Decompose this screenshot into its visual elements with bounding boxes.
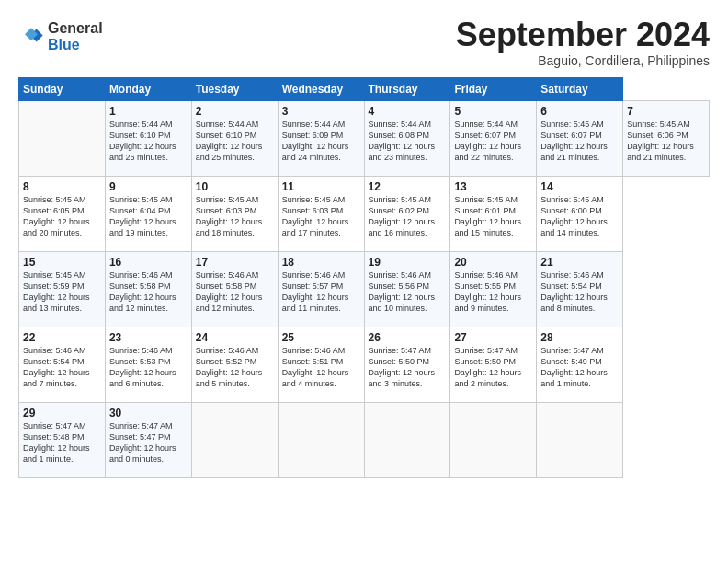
day-info: Sunrise: 5:46 AMSunset: 5:54 PMDaylight:…: [23, 346, 90, 388]
calendar-cell: 26Sunrise: 5:47 AMSunset: 5:50 PMDayligh…: [364, 327, 450, 402]
day-number: 20: [454, 256, 532, 269]
day-info: Sunrise: 5:45 AMSunset: 5:59 PMDaylight:…: [23, 270, 90, 313]
day-number: 30: [109, 407, 188, 419]
calendar-cell: 23Sunrise: 5:46 AMSunset: 5:53 PMDayligh…: [105, 327, 191, 402]
calendar-cell: 24Sunrise: 5:46 AMSunset: 5:52 PMDayligh…: [191, 327, 278, 402]
calendar-cell: 20Sunrise: 5:46 AMSunset: 5:55 PMDayligh…: [450, 251, 537, 327]
day-info: Sunrise: 5:46 AMSunset: 5:55 PMDaylight:…: [454, 270, 521, 313]
day-number: 10: [196, 180, 274, 193]
day-info: Sunrise: 5:46 AMSunset: 5:51 PMDaylight:…: [282, 346, 349, 388]
day-number: 13: [454, 180, 532, 193]
day-info: Sunrise: 5:44 AMSunset: 6:10 PMDaylight:…: [109, 120, 176, 162]
day-number: 14: [540, 180, 619, 193]
header-thursday: Thursday: [364, 77, 450, 100]
day-number: 1: [109, 105, 188, 118]
day-info: Sunrise: 5:45 AMSunset: 6:00 PMDaylight:…: [540, 195, 608, 237]
calendar-cell: 2Sunrise: 5:44 AMSunset: 6:10 PMDaylight…: [191, 100, 278, 176]
header-row: Sunday Monday Tuesday Wednesday Thursday…: [19, 77, 710, 100]
calendar-cell: 1Sunrise: 5:44 AMSunset: 6:10 PMDaylight…: [105, 100, 191, 176]
calendar-cell: [450, 402, 537, 477]
calendar-cell: [19, 100, 106, 176]
logo-text: General Blue: [48, 20, 103, 52]
calendar-cell: 18Sunrise: 5:46 AMSunset: 5:57 PMDayligh…: [278, 251, 364, 327]
day-info: Sunrise: 5:47 AMSunset: 5:48 PMDaylight:…: [23, 421, 90, 464]
calendar-week-1: 1Sunrise: 5:44 AMSunset: 6:10 PMDaylight…: [19, 100, 710, 176]
calendar-week-3: 15Sunrise: 5:45 AMSunset: 5:59 PMDayligh…: [19, 251, 710, 327]
page-container: General Blue September 2024 Baguio, Cord…: [0, 0, 728, 488]
day-info: Sunrise: 5:45 AMSunset: 6:01 PMDaylight:…: [454, 195, 521, 237]
day-info: Sunrise: 5:47 AMSunset: 5:49 PMDaylight:…: [540, 346, 608, 388]
day-info: Sunrise: 5:46 AMSunset: 5:58 PMDaylight:…: [196, 270, 263, 313]
day-info: Sunrise: 5:45 AMSunset: 6:06 PMDaylight:…: [627, 120, 694, 162]
calendar-table: Sunday Monday Tuesday Wednesday Thursday…: [18, 77, 710, 478]
day-number: 27: [454, 331, 532, 344]
day-number: 12: [369, 180, 447, 193]
day-info: Sunrise: 5:46 AMSunset: 5:54 PMDaylight:…: [540, 270, 608, 313]
day-number: 29: [23, 407, 101, 419]
header-tuesday: Tuesday: [191, 77, 278, 100]
day-number: 6: [540, 105, 619, 118]
day-number: 19: [369, 256, 447, 269]
day-number: 4: [369, 105, 447, 118]
calendar-cell: 21Sunrise: 5:46 AMSunset: 5:54 PMDayligh…: [537, 251, 623, 327]
calendar-cell: 15Sunrise: 5:45 AMSunset: 5:59 PMDayligh…: [19, 251, 106, 327]
header: General Blue September 2024 Baguio, Cord…: [18, 17, 710, 68]
day-number: 9: [109, 180, 188, 193]
day-info: Sunrise: 5:44 AMSunset: 6:09 PMDaylight:…: [282, 120, 349, 162]
calendar-cell: 14Sunrise: 5:45 AMSunset: 6:00 PMDayligh…: [537, 176, 623, 251]
calendar-cell: 27Sunrise: 5:47 AMSunset: 5:50 PMDayligh…: [450, 327, 537, 402]
calendar-cell: 13Sunrise: 5:45 AMSunset: 6:01 PMDayligh…: [450, 176, 537, 251]
day-info: Sunrise: 5:45 AMSunset: 6:03 PMDaylight:…: [282, 195, 349, 237]
calendar-cell: 25Sunrise: 5:46 AMSunset: 5:51 PMDayligh…: [278, 327, 364, 402]
title-block: September 2024 Baguio, Cordillera, Phili…: [456, 17, 710, 68]
calendar-cell: 30Sunrise: 5:47 AMSunset: 5:47 PMDayligh…: [105, 402, 191, 477]
day-info: Sunrise: 5:45 AMSunset: 6:02 PMDaylight:…: [369, 195, 436, 237]
day-number: 24: [196, 331, 274, 344]
day-info: Sunrise: 5:47 AMSunset: 5:50 PMDaylight:…: [369, 346, 436, 388]
calendar-cell: [364, 402, 450, 477]
subtitle: Baguio, Cordillera, Philippines: [456, 53, 710, 68]
month-title: September 2024: [456, 17, 710, 53]
day-number: 7: [627, 105, 705, 118]
day-info: Sunrise: 5:45 AMSunset: 6:07 PMDaylight:…: [540, 120, 608, 162]
day-info: Sunrise: 5:44 AMSunset: 6:08 PMDaylight:…: [369, 120, 436, 162]
day-info: Sunrise: 5:47 AMSunset: 5:47 PMDaylight:…: [109, 421, 176, 464]
calendar-cell: 9Sunrise: 5:45 AMSunset: 6:04 PMDaylight…: [105, 176, 191, 251]
day-info: Sunrise: 5:46 AMSunset: 5:52 PMDaylight:…: [196, 346, 263, 388]
calendar-cell: 12Sunrise: 5:45 AMSunset: 6:02 PMDayligh…: [364, 176, 450, 251]
day-info: Sunrise: 5:44 AMSunset: 6:10 PMDaylight:…: [196, 120, 263, 162]
calendar-cell: 19Sunrise: 5:46 AMSunset: 5:56 PMDayligh…: [364, 251, 450, 327]
calendar-cell: [278, 402, 364, 477]
calendar-cell: [537, 402, 623, 477]
day-info: Sunrise: 5:45 AMSunset: 6:05 PMDaylight:…: [23, 195, 90, 237]
calendar-cell: 22Sunrise: 5:46 AMSunset: 5:54 PMDayligh…: [19, 327, 106, 402]
day-number: 11: [282, 180, 360, 193]
calendar-cell: 29Sunrise: 5:47 AMSunset: 5:48 PMDayligh…: [19, 402, 106, 477]
header-monday: Monday: [105, 77, 191, 100]
calendar-cell: 28Sunrise: 5:47 AMSunset: 5:49 PMDayligh…: [537, 327, 623, 402]
calendar-cell: 17Sunrise: 5:46 AMSunset: 5:58 PMDayligh…: [191, 251, 278, 327]
calendar-week-4: 22Sunrise: 5:46 AMSunset: 5:54 PMDayligh…: [19, 327, 710, 402]
calendar-cell: 8Sunrise: 5:45 AMSunset: 6:05 PMDaylight…: [19, 176, 106, 251]
calendar-cell: [191, 402, 278, 477]
day-info: Sunrise: 5:46 AMSunset: 5:57 PMDaylight:…: [282, 270, 349, 313]
day-info: Sunrise: 5:45 AMSunset: 6:04 PMDaylight:…: [109, 195, 176, 237]
calendar-cell: 16Sunrise: 5:46 AMSunset: 5:58 PMDayligh…: [105, 251, 191, 327]
header-sunday: Sunday: [19, 77, 106, 100]
calendar-cell: 11Sunrise: 5:45 AMSunset: 6:03 PMDayligh…: [278, 176, 364, 251]
calendar-cell: 4Sunrise: 5:44 AMSunset: 6:08 PMDaylight…: [364, 100, 450, 176]
day-number: 3: [282, 105, 360, 118]
day-number: 17: [196, 256, 274, 269]
calendar-cell: 6Sunrise: 5:45 AMSunset: 6:07 PMDaylight…: [537, 100, 623, 176]
header-wednesday: Wednesday: [278, 77, 364, 100]
day-info: Sunrise: 5:46 AMSunset: 5:53 PMDaylight:…: [109, 346, 176, 388]
calendar-cell: 7Sunrise: 5:45 AMSunset: 6:06 PMDaylight…: [623, 100, 710, 176]
day-info: Sunrise: 5:47 AMSunset: 5:50 PMDaylight:…: [454, 346, 521, 388]
logo-icon: [18, 24, 44, 50]
calendar-cell: 5Sunrise: 5:44 AMSunset: 6:07 PMDaylight…: [450, 100, 537, 176]
calendar-cell: 3Sunrise: 5:44 AMSunset: 6:09 PMDaylight…: [278, 100, 364, 176]
logo-general: General: [48, 20, 103, 37]
day-number: 2: [196, 105, 274, 118]
header-saturday: Saturday: [537, 77, 623, 100]
day-number: 26: [369, 331, 447, 344]
